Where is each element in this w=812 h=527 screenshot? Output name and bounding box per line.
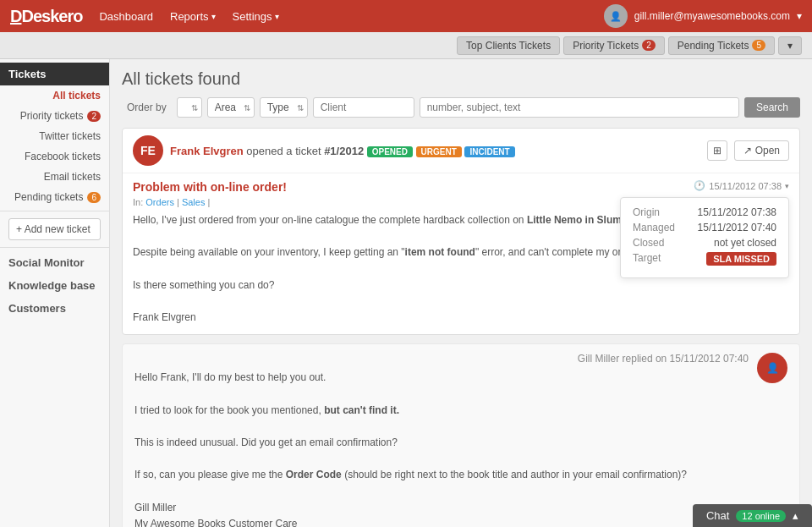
sla-origin-label: Origin	[633, 206, 660, 218]
sla-popup: Origin 15/11/2012 07:38 Managed 15/11/20…	[620, 197, 789, 278]
open-arrow-icon: ↗	[743, 145, 752, 156]
ticket-author-info: Frank Elvgren opened a ticket #1/2012 OP…	[170, 145, 700, 157]
ticket-avatar: FE	[133, 135, 163, 166]
area-select[interactable]: Area	[207, 97, 255, 118]
reply-author-name: Gill Miller	[578, 353, 619, 365]
badge-opened: OPENED	[367, 146, 413, 157]
sidebar-item-customers[interactable]: Customers	[0, 297, 109, 320]
reply-author-line: Gill Miller replied on 15/11/2012 07:40	[134, 353, 749, 365]
type-select-wrap: Type	[260, 97, 308, 118]
sla-closed-label: Closed	[633, 237, 664, 249]
chat-label: Chat	[706, 509, 729, 522]
ticket-author-line: Frank Elvgren opened a ticket #1/2012 OP…	[170, 145, 515, 157]
sla-origin-value: 15/11/2012 07:38	[698, 206, 776, 218]
sla-target-label: Target	[633, 252, 661, 266]
sidebar-item-twitter-tickets[interactable]: Twitter tickets	[0, 126, 109, 146]
ticket-time: 15/11/2012 07:38	[709, 181, 782, 191]
layout: Tickets All tickets Priority tickets 2 T…	[0, 59, 812, 527]
filter-bar: Order by Area Type Search	[122, 97, 800, 118]
reply-action: replied on 15/11/2012 07:40	[623, 353, 749, 365]
sla-target-row: Target SLA MISSED	[633, 252, 776, 266]
quick-filter-bar: Top Clients Tickets Priority Tickets 2 P…	[0, 32, 812, 59]
sidebar-tickets-section: Tickets	[0, 63, 109, 85]
chat-bar[interactable]: Chat 12 online ▴	[693, 504, 812, 527]
sla-origin-row: Origin 15/11/2012 07:38	[633, 206, 776, 218]
settings-arrow-icon: ▾	[275, 12, 279, 21]
sidebar-item-priority-tickets[interactable]: Priority tickets 2	[0, 106, 109, 126]
ticket-avatar-initials: FE	[140, 144, 156, 157]
client-input[interactable]	[313, 97, 414, 118]
pending-badge: 5	[752, 40, 765, 51]
ticket-number: #1/2012	[324, 145, 364, 157]
ticket-card: FE Frank Elvgren opened a ticket #1/2012…	[122, 128, 800, 335]
sla-closed-value: not yet closed	[714, 237, 776, 249]
sla-managed-value: 15/11/2012 07:40	[698, 222, 776, 233]
sidebar-item-all-tickets[interactable]: All tickets	[0, 85, 109, 106]
app-logo[interactable]: DDeskero	[10, 7, 82, 26]
qf-pending-tickets[interactable]: Pending Tickets 5	[668, 36, 775, 55]
area-select-wrap: Area	[207, 97, 255, 118]
main-content: All tickets found Order by Area Type	[110, 59, 812, 527]
order-by-label: Order by	[122, 98, 172, 117]
nav-dashboard[interactable]: Dashboard	[99, 10, 153, 23]
sidebar-item-email-tickets[interactable]: Email tickets	[0, 167, 109, 187]
user-dropdown-icon: ▾	[797, 10, 802, 22]
qf-dropdown[interactable]: ▾	[778, 36, 802, 55]
reply-text: Hello Frank, I'll do my best to help you…	[134, 370, 749, 527]
chat-arrow-icon: ▴	[793, 509, 798, 522]
nav-settings[interactable]: Settings ▾	[233, 10, 279, 23]
ticket-timestamp[interactable]: 🕐 15/11/2012 07:38 ▾ Origin 15/11/2012 0…	[694, 180, 789, 191]
reports-arrow-icon: ▾	[211, 12, 216, 21]
type-select[interactable]: Type	[260, 97, 308, 118]
sidebar: Tickets All tickets Priority tickets 2 T…	[0, 59, 110, 527]
reply-content: Gill Miller replied on 15/11/2012 07:40 …	[134, 353, 749, 527]
priority-tickets-badge: 2	[87, 111, 101, 122]
ticket-copy-button[interactable]: ⊞	[707, 140, 727, 161]
top-nav: DDeskero Dashboard Reports ▾ Settings ▾ …	[0, 0, 812, 32]
category-orders[interactable]: Orders	[145, 197, 174, 207]
sla-closed-row: Closed not yet closed	[633, 237, 776, 249]
sidebar-item-knowledge-base[interactable]: Knowledge base	[0, 274, 109, 297]
priority-badge: 2	[642, 40, 656, 51]
badge-urgent: URGENT	[416, 146, 462, 157]
search-button[interactable]: Search	[744, 97, 800, 118]
user-area[interactable]: 👤 gill.miller@myawesomebooks.com ▾	[604, 4, 802, 28]
sla-managed-label: Managed	[633, 222, 675, 233]
qf-dropdown-icon: ▾	[787, 40, 793, 52]
page-title: All tickets found	[122, 69, 800, 89]
ticket-author-name[interactable]: Frank Elvgren	[170, 145, 244, 157]
reply-avatar: 👤	[757, 353, 787, 383]
sidebar-divider-1	[0, 211, 109, 211]
sla-managed-row: Managed 15/11/2012 07:40	[633, 222, 776, 233]
reply-card: Gill Miller replied on 15/11/2012 07:40 …	[122, 343, 800, 527]
chat-online-badge: 12 online	[736, 510, 786, 522]
sidebar-item-social-monitor[interactable]: Social Monitor	[0, 251, 109, 274]
order-by-select[interactable]	[177, 97, 202, 118]
search-input[interactable]	[420, 97, 739, 118]
sidebar-item-pending-tickets[interactable]: Pending tickets 6	[0, 187, 109, 207]
clock-icon: 🕐	[694, 180, 705, 191]
ticket-header: FE Frank Elvgren opened a ticket #1/2012…	[123, 129, 799, 173]
qf-top-clients[interactable]: Top Clients Tickets	[457, 36, 560, 55]
user-avatar: 👤	[604, 4, 628, 28]
ticket-action: opened a ticket	[246, 145, 324, 157]
badge-incident: INCIDENT	[464, 146, 514, 157]
nav-reports[interactable]: Reports ▾	[170, 10, 216, 23]
ticket-open-button[interactable]: ↗ Open	[734, 140, 789, 161]
order-by-select-wrap	[177, 97, 202, 118]
sidebar-divider-2	[0, 247, 109, 248]
user-email: gill.miller@myawesomebooks.com	[634, 10, 790, 22]
sla-missed-badge: SLA MISSED	[706, 252, 776, 266]
add-ticket-button[interactable]: + Add new ticket	[8, 218, 101, 240]
sidebar-item-facebook-tickets[interactable]: Facebook tickets	[0, 146, 109, 167]
timestamp-dropdown-icon[interactable]: ▾	[785, 182, 789, 190]
category-sales[interactable]: Sales	[182, 197, 206, 207]
ticket-body: 🕐 15/11/2012 07:38 ▾ Origin 15/11/2012 0…	[123, 173, 799, 334]
reply-avatar-initials: 👤	[766, 362, 779, 374]
pending-tickets-badge: 6	[87, 192, 101, 203]
qf-priority-tickets[interactable]: Priority Tickets 2	[563, 36, 665, 55]
ticket-subject: Problem with on-line order!	[133, 180, 789, 194]
